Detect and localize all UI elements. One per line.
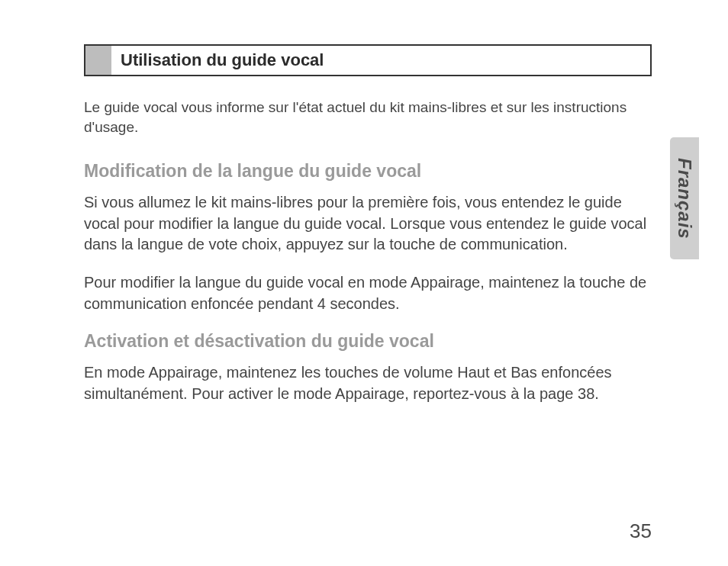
side-tab-label: Français <box>674 158 695 240</box>
language-side-tab: Français <box>670 137 699 259</box>
section-title-marker <box>85 46 111 75</box>
manual-page: Utilisation du guide vocal Le guide voca… <box>0 0 728 566</box>
body-paragraph: En mode Appairage, maintenez les touches… <box>84 362 652 404</box>
body-paragraph: Pour modifier la langue du guide vocal e… <box>84 272 652 314</box>
section-title-bar: Utilisation du guide vocal <box>84 44 652 76</box>
intro-paragraph: Le guide vocal vous informe sur l'état a… <box>84 98 652 137</box>
page-number: 35 <box>630 519 652 543</box>
body-paragraph: Si vous allumez le kit mains-libres pour… <box>84 192 652 256</box>
subheading-language: Modification de la langue du guide vocal <box>84 161 652 182</box>
section-title: Utilisation du guide vocal <box>111 46 650 75</box>
subheading-activation: Activation et désactivation du guide voc… <box>84 331 652 352</box>
